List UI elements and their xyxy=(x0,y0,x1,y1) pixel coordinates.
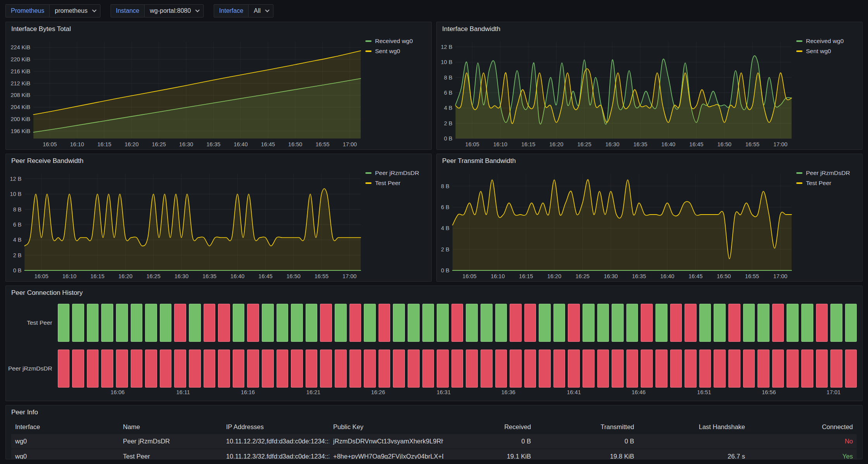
status-bar-connected xyxy=(539,304,551,342)
legend-color-marker xyxy=(796,40,802,42)
panel-title[interactable]: Peer Info xyxy=(11,409,38,416)
legend-item[interactable]: Received wg0 xyxy=(365,38,427,45)
history-x-axis: 16:0616:1116:1616:2116:2616:3116:3616:41… xyxy=(58,389,857,397)
table-cell: Test Peer xyxy=(119,453,222,459)
variable-instance-label[interactable]: Instance xyxy=(111,4,144,17)
status-bar-connected xyxy=(743,304,755,342)
x-axis-label: 16:50 xyxy=(717,273,731,279)
status-bar-connected xyxy=(393,304,405,342)
x-axis-label: 16:10 xyxy=(493,141,507,147)
table-cell: wg0 xyxy=(11,453,119,459)
status-bar-connected xyxy=(699,304,711,342)
status-bar-disconnected xyxy=(189,350,201,388)
status-bar-disconnected xyxy=(131,350,143,388)
status-bar-connected xyxy=(655,304,667,342)
x-axis-label: 16:10 xyxy=(62,273,76,279)
panel-title[interactable]: Peer Connection History xyxy=(11,289,83,297)
variable-interface-label[interactable]: Interface xyxy=(214,4,248,17)
status-bar-disconnected xyxy=(772,304,784,342)
status-bar-connected xyxy=(101,304,113,342)
x-axis-label: 16:16 xyxy=(241,389,255,395)
panel-title[interactable]: Interface Bytes Total xyxy=(11,25,71,33)
x-axis-label: 16:26 xyxy=(371,389,385,395)
y-axis-label: 4 B xyxy=(13,237,22,243)
table-cell: 10.11.12.2/32,fdfd:d3ad:c0de:1234::1/128 xyxy=(222,438,329,445)
status-bar-disconnected xyxy=(262,350,274,388)
variable-prometheus-dropdown[interactable]: prometheus xyxy=(49,4,100,17)
column-header-connected[interactable]: Connected xyxy=(749,423,857,431)
x-axis-label: 16:55 xyxy=(315,273,329,279)
panel-title[interactable]: Peer Transmit Bandwidth xyxy=(442,157,516,165)
time-series-chart[interactable]: 16:0516:1016:1516:2016:2516:3016:3516:40… xyxy=(6,36,365,149)
status-bar-connected xyxy=(335,304,347,342)
variable-prometheus: Prometheus prometheus xyxy=(5,4,100,17)
x-axis-label: 16:55 xyxy=(745,141,759,147)
table-header-row: InterfaceNameIP AddressesPublic KeyRecei… xyxy=(11,419,857,434)
status-bar-connected xyxy=(189,304,201,342)
status-bar-disconnected xyxy=(277,350,289,388)
variable-interface-dropdown[interactable]: All xyxy=(248,4,273,17)
status-bar-connected xyxy=(131,304,143,342)
x-axis-label: 16:35 xyxy=(206,141,220,147)
status-bar-disconnected xyxy=(641,350,653,388)
y-axis-label: 8 B xyxy=(13,206,22,213)
x-axis-label: 16:06 xyxy=(111,389,124,395)
x-axis-label: 16:15 xyxy=(97,141,111,147)
x-axis-label: 16:40 xyxy=(660,273,674,279)
chevron-down-icon xyxy=(265,8,270,12)
time-series-chart[interactable]: 16:0516:1016:1516:2016:2516:3016:3516:40… xyxy=(437,168,795,281)
panel-title[interactable]: Peer Receive Bandwidth xyxy=(11,157,83,165)
x-axis-label: 16:05 xyxy=(35,273,48,279)
column-header-public-key[interactable]: Public Key xyxy=(329,423,443,431)
column-header-name[interactable]: Name xyxy=(119,423,222,431)
status-bar-disconnected xyxy=(451,350,463,388)
time-series-chart[interactable]: 16:0516:1016:1516:2016:2516:3016:3516:40… xyxy=(6,168,365,281)
x-axis-label: 16:51 xyxy=(697,389,711,395)
column-header-transmitted[interactable]: Transmitted xyxy=(535,423,638,431)
legend-item[interactable]: Test Peer xyxy=(796,180,858,187)
table-cell: jRzmDsDRVnwCt13vsyamXherk9L9RhRb xyxy=(329,438,443,445)
status-bar-disconnected xyxy=(174,350,186,388)
status-bar-disconnected xyxy=(160,350,172,388)
column-header-interface[interactable]: Interface xyxy=(11,423,119,431)
status-bar-disconnected xyxy=(510,350,522,388)
legend-color-marker xyxy=(796,182,802,184)
variable-prometheus-label[interactable]: Prometheus xyxy=(5,4,49,17)
legend-item[interactable]: Sent wg0 xyxy=(365,48,427,55)
legend-item[interactable]: Sent wg0 xyxy=(796,48,858,55)
status-bar-disconnected xyxy=(612,350,624,388)
status-bar-disconnected xyxy=(670,304,682,342)
x-axis-label: 16:30 xyxy=(604,273,618,279)
panel-title[interactable]: Interface Bandwidth xyxy=(442,25,500,33)
x-axis-label: 17:00 xyxy=(342,273,356,279)
time-series-chart[interactable]: 16:0516:1016:1516:2016:2516:3016:3516:40… xyxy=(437,36,795,149)
status-bar-disconnected xyxy=(583,350,595,388)
status-bar-connected xyxy=(58,304,70,342)
panel-row-2: Peer Receive Bandwidth 16:0516:1016:1516… xyxy=(5,154,863,282)
variable-instance-dropdown[interactable]: wg-portal:8080 xyxy=(144,4,204,17)
legend-item[interactable]: Peer jRzmDsDR xyxy=(365,170,427,177)
status-bar-disconnected xyxy=(349,304,361,342)
status-bar-disconnected xyxy=(349,350,361,388)
x-axis-label: 16:40 xyxy=(233,141,247,147)
variable-instance: Instance wg-portal:8080 xyxy=(111,4,204,17)
status-bar-disconnected xyxy=(379,304,391,342)
column-header-last-handshake[interactable]: Last Handshake xyxy=(638,423,749,431)
status-bar-connected xyxy=(291,304,303,342)
status-bar-disconnected xyxy=(714,350,726,388)
legend-item[interactable]: Test Peer xyxy=(365,180,427,187)
legend-item[interactable]: Received wg0 xyxy=(796,38,858,45)
x-axis-label: 16:55 xyxy=(315,141,329,147)
status-bar-disconnected xyxy=(626,350,638,388)
column-header-ip-addresses[interactable]: IP Addresses xyxy=(222,423,329,431)
status-bar-disconnected xyxy=(481,350,493,388)
status-bar-disconnected xyxy=(568,304,580,342)
legend-item[interactable]: Peer jRzmDsDR xyxy=(796,170,858,177)
status-history-plot[interactable]: 16:0616:1116:1616:2116:2616:3116:3616:41… xyxy=(58,301,857,401)
status-bar-connected xyxy=(845,304,857,342)
status-bar-connected xyxy=(87,304,99,342)
series-area xyxy=(453,180,792,270)
status-bar-connected xyxy=(801,304,813,342)
x-axis-label: 17:00 xyxy=(343,141,357,147)
column-header-received[interactable]: Received xyxy=(443,423,535,431)
